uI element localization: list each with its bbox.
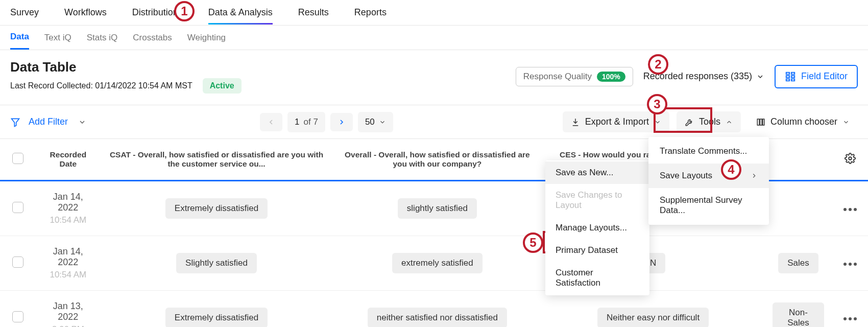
- response-quality-label: Response Quality: [523, 72, 592, 82]
- top-nav: Survey Workflows Distributions Data & An…: [0, 0, 868, 26]
- kebab-icon[interactable]: [843, 208, 857, 211]
- col-extra[interactable]: [764, 139, 832, 181]
- layout-save-as-new[interactable]: Save as New...: [545, 161, 649, 184]
- svg-rect-2: [786, 76, 789, 78]
- chevron-down-icon: [756, 73, 764, 81]
- svg-rect-7: [757, 119, 759, 125]
- nav-results[interactable]: Results: [298, 1, 329, 24]
- tools-label: Tools: [699, 116, 720, 127]
- col-csat[interactable]: CSAT - Overall, how satisfied or dissati…: [101, 139, 333, 181]
- row-checkbox[interactable]: [12, 256, 23, 268]
- row-checkbox[interactable]: [12, 202, 23, 213]
- col-recorded-date[interactable]: Recorded Date: [36, 139, 101, 181]
- field-editor-button[interactable]: Field Editor: [775, 65, 858, 88]
- filter-icon: [10, 117, 20, 127]
- tools-menu-save-layouts-label: Save Layouts: [660, 171, 712, 181]
- field-editor-label: Field Editor: [801, 71, 848, 82]
- nav-survey[interactable]: Survey: [10, 1, 39, 24]
- annotation-3: 3: [647, 94, 667, 114]
- row-actions[interactable]: [832, 181, 868, 236]
- cell-overall: extremely satisfied: [332, 236, 542, 291]
- subnav-textiq[interactable]: Text iQ: [44, 27, 71, 49]
- cell-csat: Extremely dissatisfied: [101, 291, 333, 328]
- cell-extra: Non-Sales: [764, 291, 832, 328]
- status-badge: Active: [203, 78, 242, 94]
- nav-data-analysis[interactable]: Data & Analysis: [208, 1, 273, 24]
- select-all-checkbox[interactable]: [12, 153, 23, 164]
- cell-overall: slightly satisfied: [332, 181, 542, 236]
- cell-overall: neither satisfied nor dissatisfied: [332, 291, 542, 328]
- page-title: Data Table: [10, 59, 242, 75]
- page-size-dropdown[interactable]: 50: [358, 112, 393, 132]
- annotation-2: 2: [648, 54, 668, 75]
- last-record-subtitle: Last Record Collected: 01/14/2022 10:54 …: [10, 81, 192, 90]
- column-chooser-button[interactable]: Column chooser: [748, 111, 858, 132]
- svg-rect-8: [760, 119, 762, 125]
- cell-csat: Slightly satisfied: [101, 236, 333, 291]
- layout-manage[interactable]: Manage Layouts...: [545, 217, 649, 239]
- annotation-5: 5: [523, 232, 543, 253]
- tools-menu: Translate Comments... Save Layouts Suppl…: [648, 137, 769, 225]
- toolbar: Add Filter 1 of 7 50 Export & Import Too…: [0, 105, 868, 139]
- svg-rect-5: [791, 79, 794, 81]
- row-checkbox[interactable]: [12, 311, 23, 322]
- page-current-value: 1: [295, 117, 299, 127]
- svg-rect-9: [763, 119, 764, 125]
- pagination: 1 of 7 50: [260, 112, 393, 132]
- layout-submenu: Save as New... Save Changes to Layout Ma…: [545, 160, 649, 295]
- chevron-right-icon: [751, 172, 758, 179]
- page-current-input[interactable]: 1 of 7: [287, 112, 325, 132]
- columns-icon: [756, 118, 765, 127]
- cell-extra: [764, 181, 832, 236]
- cell-date: Jan 14, 202210:54 AM: [36, 181, 101, 236]
- chevron-down-icon: [842, 119, 850, 126]
- tools-menu-save-layouts[interactable]: Save Layouts: [648, 164, 769, 188]
- export-import-button[interactable]: Export & Import: [563, 111, 669, 132]
- annotation-4: 4: [721, 159, 741, 180]
- svg-rect-3: [791, 76, 794, 78]
- cell-date: Jan 13, 20222:06 PM: [36, 291, 101, 328]
- kebab-icon[interactable]: [843, 317, 857, 320]
- layout-customer-satisfaction[interactable]: Customer Satisfaction: [545, 262, 649, 294]
- svg-point-10: [849, 157, 852, 160]
- svg-rect-1: [791, 72, 794, 74]
- add-filter-button[interactable]: Add Filter: [10, 116, 90, 127]
- cell-extra: Sales: [764, 236, 832, 291]
- tools-menu-supplemental[interactable]: Supplemental Survey Data...: [648, 188, 769, 223]
- page-prev-button[interactable]: [260, 113, 282, 131]
- subnav-weighting[interactable]: Weighting: [187, 27, 226, 49]
- chevron-down-icon: [379, 119, 386, 126]
- wrench-icon: [685, 118, 694, 127]
- layout-save-changes: Save Changes to Layout: [545, 184, 649, 217]
- svg-rect-0: [786, 72, 789, 74]
- tools-button[interactable]: Tools: [677, 111, 741, 132]
- field-editor-icon: [785, 71, 796, 82]
- response-quality-button[interactable]: Response Quality 100%: [516, 67, 633, 86]
- chevron-right-icon: [337, 118, 346, 126]
- table-row[interactable]: Jan 14, 202210:54 AMSlightly satisfiedex…: [0, 236, 868, 291]
- download-icon: [571, 118, 580, 127]
- page-next-button[interactable]: [330, 113, 353, 131]
- svg-marker-6: [12, 119, 19, 126]
- table-row[interactable]: Jan 13, 20222:06 PMExtremely dissatisfie…: [0, 291, 868, 328]
- export-import-label: Export & Import: [585, 116, 649, 127]
- page-size-value: 50: [365, 117, 375, 127]
- col-overall[interactable]: Overall - Overall, how satisfied or diss…: [332, 139, 542, 181]
- chevron-down-icon: [654, 119, 661, 126]
- tools-menu-translate[interactable]: Translate Comments...: [648, 139, 769, 164]
- add-filter-label: Add Filter: [29, 116, 68, 127]
- response-quality-pct: 100%: [597, 72, 625, 82]
- kebab-icon[interactable]: [843, 263, 857, 266]
- row-actions[interactable]: [832, 236, 868, 291]
- nav-workflows[interactable]: Workflows: [64, 1, 107, 24]
- subnav-crosstabs[interactable]: Crosstabs: [133, 27, 172, 49]
- gear-icon[interactable]: [845, 153, 856, 164]
- nav-reports[interactable]: Reports: [354, 1, 387, 24]
- layout-primary-dataset[interactable]: Primary Dataset: [545, 239, 649, 262]
- column-chooser-label: Column chooser: [770, 116, 837, 127]
- page-total-label: of 7: [304, 117, 318, 127]
- subnav-statsiq[interactable]: Stats iQ: [87, 27, 117, 49]
- row-actions[interactable]: [832, 291, 868, 328]
- subnav-data[interactable]: Data: [10, 26, 29, 50]
- cell-csat: Extremely dissatisfied: [101, 181, 333, 236]
